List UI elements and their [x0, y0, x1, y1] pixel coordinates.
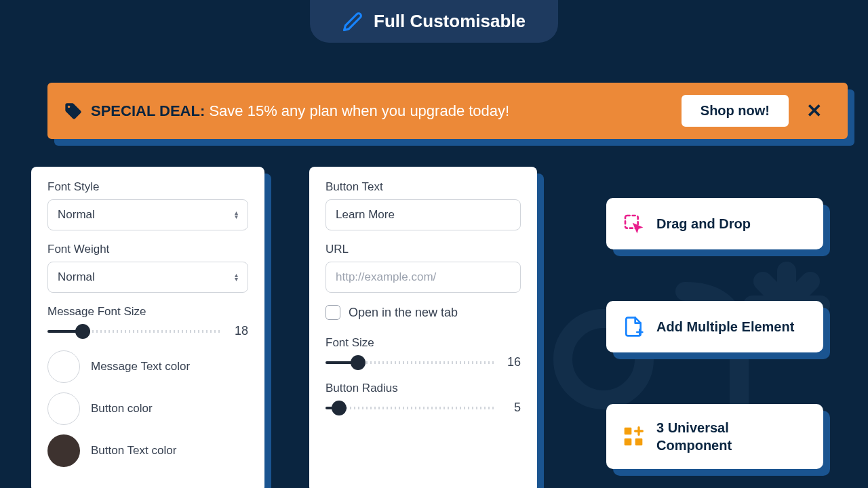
pencil-icon [342, 12, 363, 32]
font-style-select[interactable]: Normal ▴▾ [47, 199, 248, 230]
chevron-updown-icon: ▴▾ [235, 211, 238, 219]
button-text-color-label: Button Text color [91, 444, 176, 458]
font-style-label: Font Style [47, 180, 248, 194]
chevron-updown-icon: ▴▾ [235, 273, 238, 281]
font-size-slider[interactable] [326, 361, 495, 364]
button-color-swatch[interactable] [47, 392, 80, 425]
font-weight-select[interactable]: Normal ▴▾ [47, 262, 248, 293]
new-tab-checkbox[interactable] [326, 305, 340, 320]
drag-drop-icon [623, 213, 644, 235]
banner-text: SPECIAL DEAL: Save 15% any plan when you… [91, 102, 673, 120]
button-text-color-swatch[interactable] [47, 434, 80, 467]
banner-message: Save 15% any plan when you upgrade today… [209, 102, 509, 119]
url-input[interactable]: http://example.com/ [326, 262, 521, 293]
tag-icon [64, 102, 83, 121]
font-size-label: Font Size [326, 336, 521, 350]
button-radius-slider[interactable] [326, 407, 495, 409]
banner-prefix: SPECIAL DEAL: [91, 102, 205, 119]
font-size-value: 16 [503, 355, 521, 369]
button-text-label: Button Text [326, 180, 521, 194]
grid-plus-icon [623, 426, 644, 447]
url-label: URL [326, 243, 521, 256]
button-config-panel: Button Text Learn More URL http://exampl… [309, 167, 537, 488]
button-color-label: Button color [91, 402, 153, 415]
new-tab-label: Open in the new tab [349, 306, 458, 320]
font-style-panel: Font Style Normal ▴▾ Font Weight Normal … [31, 167, 264, 488]
message-font-size-label: Message Font Size [47, 305, 248, 319]
feature-label: 3 Universal Component [656, 419, 807, 454]
shop-now-button[interactable]: Shop now! [682, 95, 789, 127]
message-text-color-swatch[interactable] [47, 350, 80, 383]
feature-label: Add Multiple Element [656, 318, 794, 336]
feature-universal-component: 3 Universal Component [606, 404, 823, 469]
header-title: Full Customisable [374, 11, 526, 32]
button-radius-value: 5 [503, 401, 521, 415]
feature-label: Drag and Drop [656, 215, 751, 232]
message-font-size-slider[interactable] [47, 330, 222, 333]
feature-drag-drop: Drag and Drop [606, 198, 823, 249]
promo-banner: SPECIAL DEAL: Save 15% any plan when you… [47, 83, 848, 139]
message-text-color-label: Message Text color [91, 360, 190, 373]
header-tab: Full Customisable [310, 0, 558, 43]
svg-rect-4 [625, 428, 632, 435]
button-radius-label: Button Radius [326, 382, 521, 395]
message-font-size-value: 18 [231, 324, 248, 338]
svg-rect-6 [635, 439, 643, 446]
file-plus-icon [623, 316, 644, 338]
button-text-input[interactable]: Learn More [326, 199, 521, 230]
font-weight-label: Font Weight [47, 243, 248, 256]
close-icon[interactable]: ✕ [797, 100, 831, 122]
feature-add-multiple: Add Multiple Element [606, 301, 823, 352]
svg-rect-5 [625, 439, 632, 446]
